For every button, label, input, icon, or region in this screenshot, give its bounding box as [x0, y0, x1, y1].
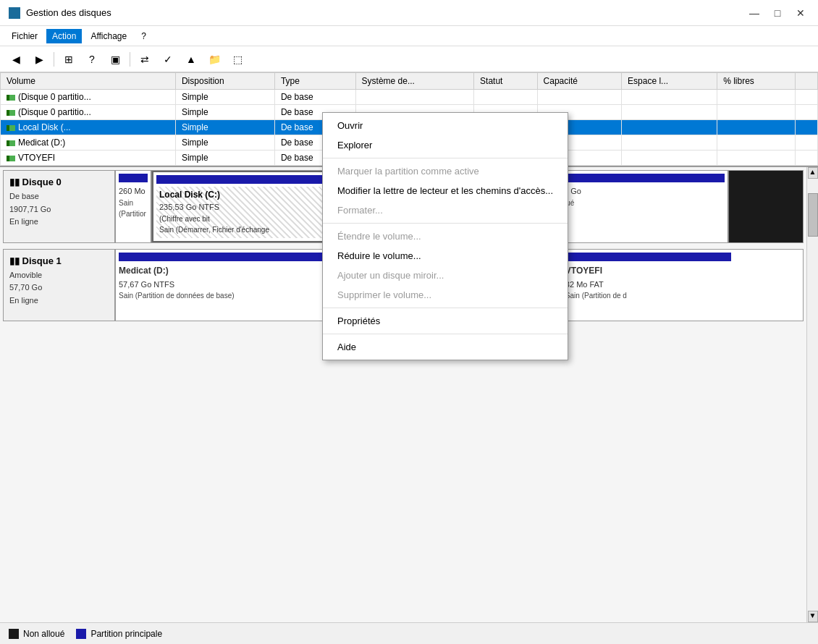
cell-systeme — [355, 90, 474, 105]
partition-vtoyefi[interactable]: VTOYEFI 32 Mo FAT Sain (Partition de d — [562, 250, 734, 321]
col-disposition: Disposition — [175, 73, 274, 90]
menu-aide[interactable]: ? — [135, 29, 152, 43]
col-capacite: Capacité — [537, 73, 621, 90]
ctx-explorer[interactable]: Explorer — [323, 135, 568, 155]
toolbar-folder[interactable]: 📁 — [204, 49, 224, 69]
disk-1-info: Amovible57,70 GoEn ligne — [9, 269, 109, 308]
scrollbar[interactable]: ▲ ▼ — [806, 167, 818, 622]
toolbar-frame[interactable]: ⬚ — [227, 49, 248, 69]
cell-espace — [622, 120, 717, 135]
cell-volume: (Disque 0 partitio... — [1, 90, 176, 105]
ctx-sep4 — [323, 334, 568, 334]
ctx-sep3 — [323, 308, 568, 308]
ctx-aide[interactable]: Aide — [323, 337, 568, 357]
col-pct: % libres — [717, 73, 796, 90]
col-volume: Volume — [1, 73, 176, 90]
cell-pct — [717, 105, 796, 120]
cell-pct — [717, 90, 796, 105]
ctx-supprimer: Supprimer le volume... — [323, 285, 568, 305]
legend-color-unallocated — [9, 629, 19, 639]
ctx-miroir: Ajouter un disque miroir... — [323, 266, 568, 285]
partition-name: VTOYEFI — [565, 264, 731, 277]
context-menu: Ouvrir Explorer Marquer la partition com… — [322, 112, 568, 360]
cell-disposition: Simple — [175, 90, 274, 105]
disk-1-name: ▮▮ Disque 1 — [9, 255, 109, 266]
cell-extra — [796, 90, 818, 105]
cell-volume: (Disque 0 partitio... — [1, 105, 176, 120]
toolbar-view[interactable]: ▣ — [105, 49, 125, 69]
legend-label-primary: Partition principale — [90, 629, 162, 639]
cell-espace — [622, 90, 717, 105]
minimize-button[interactable]: — — [746, 4, 763, 22]
cell-pct — [717, 151, 796, 166]
menu-action[interactable]: Action — [46, 29, 82, 43]
app-icon — [9, 7, 20, 19]
toolbar-grid[interactable]: ⊞ — [59, 49, 79, 69]
partition-info: 260 Mo Sain (Partitior — [119, 185, 148, 219]
cell-pct — [717, 120, 796, 135]
cell-statut — [474, 90, 538, 105]
col-extra — [796, 73, 818, 90]
cell-disposition: Simple — [175, 120, 274, 135]
menu-affichage[interactable]: Affichage — [85, 29, 132, 43]
cell-volume: VTOYEFI — [1, 151, 176, 166]
disk-0-info: De base1907,71 GoEn ligne — [9, 190, 109, 229]
toolbar-up[interactable]: ▲ — [181, 49, 201, 69]
ctx-sep1 — [323, 158, 568, 158]
cell-capacite — [537, 90, 621, 105]
cell-type: De base — [274, 90, 355, 105]
ctx-formater: Formater... — [323, 200, 568, 220]
scroll-down[interactable]: ▼ — [808, 611, 818, 622]
cell-espace — [622, 105, 717, 120]
scroll-up[interactable]: ▲ — [808, 167, 818, 179]
toolbar-sep1 — [54, 52, 54, 67]
toolbar: ◀ ▶ ⊞ ? ▣ ⇄ ✓ ▲ 📁 ⬚ — [0, 46, 818, 72]
cell-extra — [796, 151, 818, 166]
cell-espace — [622, 135, 717, 151]
title-bar: Gestion des disques — □ ✕ — [0, 0, 818, 26]
col-type: Type — [274, 73, 355, 90]
title-controls[interactable]: — □ ✕ — [746, 4, 809, 22]
close-button[interactable]: ✕ — [792, 4, 809, 22]
cell-extra — [796, 120, 818, 135]
legend-unallocated: Non alloué — [9, 629, 64, 639]
ctx-reduire[interactable]: Réduire le volume... — [323, 246, 568, 266]
ctx-marquer: Marquer la partition comme active — [323, 161, 568, 181]
cell-espace — [622, 151, 717, 166]
title-bar-left: Gestion des disques — [9, 7, 111, 19]
legend-primary: Partition principale — [76, 629, 162, 639]
maximize-button[interactable]: □ — [769, 4, 786, 22]
window-title: Gestion des disques — [26, 7, 111, 18]
partition-black[interactable] — [729, 171, 803, 242]
col-espace: Espace l... — [622, 73, 717, 90]
legend-color-primary — [76, 629, 86, 639]
toolbar-check[interactable]: ✓ — [158, 49, 178, 69]
ctx-sep2 — [323, 223, 568, 224]
col-systeme: Système de... — [355, 73, 474, 90]
ctx-proprietes[interactable]: Propriétés — [323, 311, 568, 331]
partition-block[interactable]: 260 Mo Sain (Partitior — [116, 171, 152, 242]
cell-extra — [796, 135, 818, 151]
cell-disposition: Simple — [175, 105, 274, 120]
toolbar-swap[interactable]: ⇄ — [135, 49, 155, 69]
toolbar-back[interactable]: ◀ — [6, 49, 26, 69]
table-row[interactable]: (Disque 0 partitio... Simple De base — [1, 90, 818, 105]
disk-1-label: ▮▮ Disque 1 Amovible57,70 GoEn ligne — [4, 250, 116, 321]
cell-disposition: Simple — [175, 151, 274, 166]
toolbar-help[interactable]: ? — [82, 49, 102, 69]
cell-volume: Medicat (D:) — [1, 135, 176, 151]
disk-0-name: ▮▮ Disque 0 — [9, 177, 109, 187]
scroll-thumb[interactable] — [808, 193, 818, 237]
menu-bar: Fichier Action Affichage ? — [0, 26, 818, 46]
toolbar-forward[interactable]: ▶ — [29, 49, 49, 69]
legend-label-unallocated: Non alloué — [23, 629, 64, 639]
ctx-modifier[interactable]: Modifier la lettre de lecteur et les che… — [323, 181, 568, 200]
disk-0-label: ▮▮ Disque 0 De base1907,71 GoEn ligne — [4, 171, 116, 242]
legend-bar: Non alloué Partition principale — [0, 622, 818, 644]
menu-fichier[interactable]: Fichier — [6, 29, 43, 43]
ctx-ouvrir[interactable]: Ouvrir — [323, 116, 568, 135]
ctx-etendre: Étendre le volume... — [323, 226, 568, 246]
cell-disposition: Simple — [175, 135, 274, 151]
col-statut: Statut — [474, 73, 538, 90]
cell-pct — [717, 135, 796, 151]
